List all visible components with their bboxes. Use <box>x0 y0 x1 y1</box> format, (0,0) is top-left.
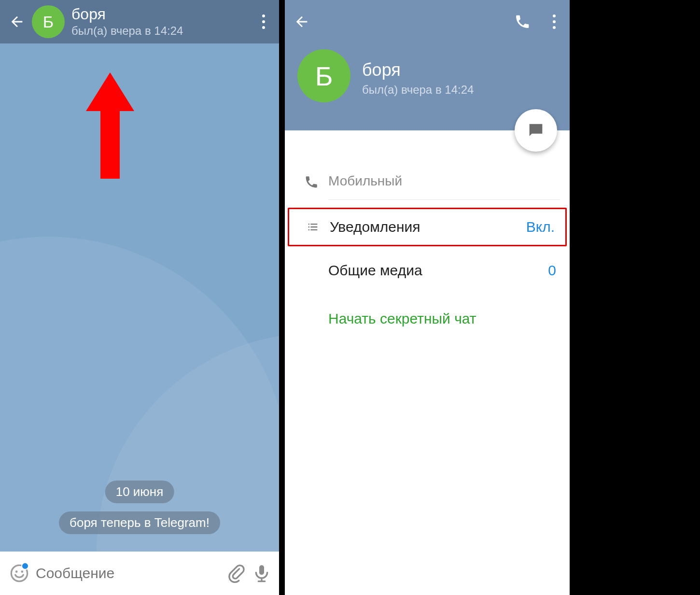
shared-media-value: 0 <box>548 262 560 279</box>
svg-point-2 <box>15 570 18 573</box>
chat-screen: Б боря был(а) вчера в 14:24 10 июня боря… <box>0 0 285 595</box>
secret-chat-label: Начать секретный чат <box>328 311 560 327</box>
profile-topbar <box>285 0 570 43</box>
mobile-label: Мобильный <box>328 173 402 189</box>
profile-body: Мобильный Уведомления Вкл. Общие медиа 0… <box>285 130 570 338</box>
annotation-arrow-up-icon <box>86 72 134 179</box>
chat-body[interactable]: 10 июня боря теперь в Telegram! <box>0 43 279 552</box>
message-input[interactable] <box>36 565 219 581</box>
avatar-letter: Б <box>315 60 333 92</box>
profile-status: был(а) вчера в 14:24 <box>362 83 474 97</box>
more-menu-button[interactable] <box>252 10 275 33</box>
system-message-label: боря теперь в Telegram! <box>70 515 210 530</box>
call-button[interactable] <box>511 10 534 33</box>
microphone-icon <box>252 564 271 583</box>
arrow-left-icon <box>294 14 310 30</box>
shared-media-row[interactable]: Общие медиа 0 <box>285 251 570 290</box>
contact-name: боря <box>71 6 252 23</box>
profile-title-area: боря был(а) вчера в 14:24 <box>362 60 474 97</box>
notification-dot-icon <box>21 562 29 570</box>
more-menu-button[interactable] <box>543 10 566 33</box>
paperclip-icon <box>226 564 245 583</box>
svg-rect-4 <box>259 565 264 575</box>
message-fab[interactable] <box>515 109 557 152</box>
date-separator: 10 июня <box>105 481 174 503</box>
secret-chat-row[interactable]: Начать секретный чат <box>285 299 570 338</box>
chat-bubble-icon <box>526 121 546 140</box>
back-button[interactable] <box>7 12 27 32</box>
profile-header: Б боря был(а) вчера в 14:24 <box>285 0 570 130</box>
date-separator-label: 10 июня <box>116 484 164 499</box>
system-message: боря теперь в Telegram! <box>59 511 220 534</box>
arrow-left-icon <box>9 14 25 30</box>
contact-avatar[interactable]: Б <box>32 5 65 38</box>
dots-vertical-icon <box>553 14 556 29</box>
chat-header[interactable]: Б боря был(а) вчера в 14:24 <box>0 0 279 43</box>
notifications-label: Уведомления <box>330 219 526 235</box>
dots-vertical-icon <box>262 14 265 29</box>
svg-point-3 <box>21 570 24 573</box>
phone-icon <box>514 14 531 30</box>
emoji-button[interactable] <box>10 561 29 585</box>
phone-icon <box>294 173 328 189</box>
svg-marker-0 <box>86 72 134 179</box>
notifications-row[interactable]: Уведомления Вкл. <box>288 208 567 246</box>
profile-name: боря <box>362 60 474 80</box>
mic-button[interactable] <box>252 561 271 585</box>
phone-row[interactable]: Мобильный <box>285 159 570 203</box>
avatar-letter: Б <box>43 13 54 31</box>
notifications-value: Вкл. <box>526 219 559 235</box>
attach-button[interactable] <box>226 561 245 585</box>
list-icon <box>296 220 330 234</box>
shared-media-label: Общие медиа <box>328 262 548 279</box>
back-button[interactable] <box>292 12 312 32</box>
message-input-bar <box>0 552 279 595</box>
profile-screen: Б боря был(а) вчера в 14:24 Мобильный Ув… <box>285 0 570 595</box>
phone-content: Мобильный <box>328 163 560 200</box>
chat-title-area[interactable]: боря был(а) вчера в 14:24 <box>71 6 252 37</box>
contact-status: был(а) вчера в 14:24 <box>71 24 252 38</box>
profile-avatar[interactable]: Б <box>297 49 350 102</box>
